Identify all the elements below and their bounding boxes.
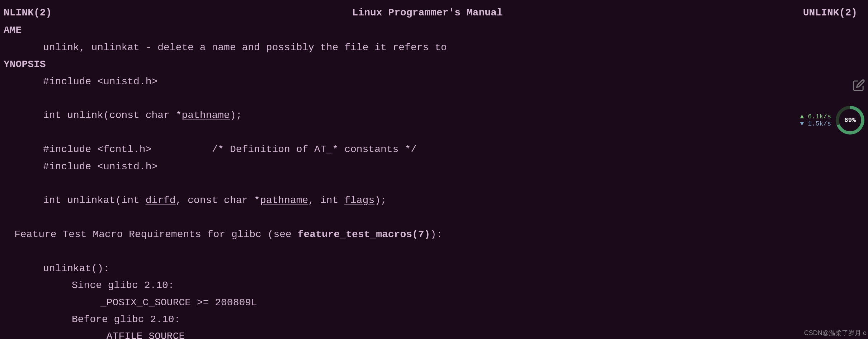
network-circle: 69% xyxy=(836,106,864,135)
unlinkat-label: unlinkat(): xyxy=(0,260,868,277)
include-unistd: #include <unistd.h> xyxy=(0,73,868,90)
unlinkat-proto: int unlinkat(int dirfd, const char *path… xyxy=(0,192,868,209)
upload-speed: ▲ 6.1k/s xyxy=(800,113,831,120)
name-content: unlink, unlinkat - delete a name and pos… xyxy=(0,39,868,56)
unlink-proto: int unlink(const char *pathname); xyxy=(0,107,868,124)
blank1 xyxy=(0,90,868,107)
synopsis-section: YNOPSIS #include <unistd.h> int unlink(c… xyxy=(0,56,868,339)
atfile-source: _ATFILE_SOURCE xyxy=(0,328,868,339)
blank3 xyxy=(0,175,868,192)
download-speed: ▼ 1.5k/s xyxy=(800,120,831,127)
pencil-svg xyxy=(853,79,865,91)
synopsis-header: YNOPSIS xyxy=(0,56,868,73)
speed-stats: ▲ 6.1k/s ▼ 1.5k/s xyxy=(800,113,831,127)
since-glibc: Since glibc 2.10: xyxy=(0,277,868,294)
network-row: ▲ 6.1k/s ▼ 1.5k/s 69% xyxy=(800,106,864,135)
manual-header: NLINK(2) Linux Programmer's Manual UNLIN… xyxy=(0,4,868,22)
name-header: AME xyxy=(0,22,868,39)
header-center: Linux Programmer's Manual xyxy=(352,5,503,20)
before-glibc: Before glibc 2.10: xyxy=(0,311,868,328)
header-left: NLINK(2) xyxy=(4,5,52,20)
edit-icon[interactable] xyxy=(853,79,865,91)
network-percentage: 69% xyxy=(839,109,861,131)
blank2 xyxy=(0,124,868,141)
blank5 xyxy=(0,243,868,260)
blank4 xyxy=(0,209,868,226)
name-section: AME unlink, unlinkat - delete a name and… xyxy=(0,22,868,56)
terminal-window: NLINK(2) Linux Programmer's Manual UNLIN… xyxy=(0,0,868,339)
feature-test-macro: Feature Test Macro Requirements for glib… xyxy=(0,226,868,243)
include-fcntl: #include <fcntl.h> /* Definition of AT_*… xyxy=(0,141,868,158)
header-right: UNLINK(2) xyxy=(803,5,857,20)
network-widget: ▲ 6.1k/s ▼ 1.5k/s 69% xyxy=(800,106,864,135)
csdn-watermark: CSDN@温柔了岁月 c xyxy=(804,329,866,337)
posix-source: _POSIX_C_SOURCE >= 200809L xyxy=(0,294,868,311)
include-unistd2: #include <unistd.h> xyxy=(0,158,868,175)
